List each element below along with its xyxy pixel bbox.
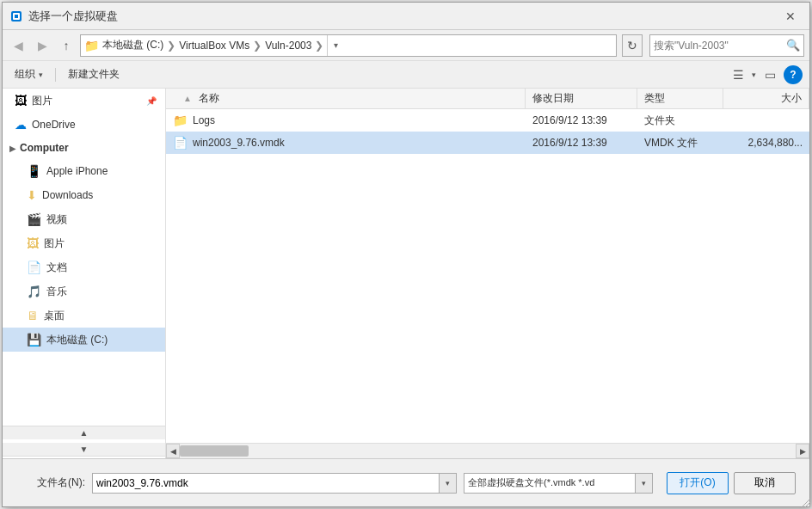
hscroll-track[interactable] — [180, 444, 796, 458]
sidebar-item-apple-iphone[interactable]: 📱 Apple iPhone — [3, 159, 165, 183]
cancel-button[interactable]: 取消 — [734, 472, 796, 494]
table-row[interactable]: 📄 win2003_9.76.vmdk 2016/9/12 13:39 VMDK… — [166, 132, 809, 154]
pictures-icon: 🖼 — [15, 94, 27, 107]
sidebar-item-videos[interactable]: 🎬 视频 — [3, 207, 165, 231]
search-icon: 🔍 — [786, 39, 800, 52]
help-button[interactable]: ? — [784, 65, 803, 84]
file-date-logs: 2016/9/12 13:39 — [526, 109, 637, 132]
filetype-select-wrap: 全部虚拟硬盘文件(*.vmdk *.vd ▾ — [464, 473, 653, 494]
sidebar-item-local-disk[interactable]: 💾 本地磁盘 (C:) — [3, 328, 165, 352]
sidebar-scroll-up[interactable]: ▲ — [3, 426, 165, 439]
view-chevron: ▾ — [752, 71, 756, 79]
iphone-icon: 📱 — [27, 164, 41, 178]
col-type-label: 类型 — [644, 91, 665, 106]
onedrive-icon: ☁ — [15, 118, 27, 132]
filetype-dropdown-btn[interactable]: ▾ — [635, 474, 652, 493]
breadcrumb-sep-3: ❯ — [315, 40, 323, 52]
documents-icon: 📄 — [27, 261, 41, 274]
localdisk-icon: 💾 — [27, 333, 41, 346]
sidebar-videos-label: 视频 — [46, 212, 67, 227]
layout-button[interactable]: ▭ — [760, 64, 780, 85]
file-list: 📁 Logs 2016/9/12 13:39 文件夹 📄 win2003_9.7… — [166, 109, 809, 443]
filename-input[interactable] — [93, 477, 439, 489]
sidebar-item-onedrive[interactable]: ☁ OneDrive — [3, 113, 165, 137]
address-dropdown-btn[interactable]: ▾ — [327, 34, 344, 57]
open-button[interactable]: 打开(O) — [667, 472, 729, 494]
sidebar-music-label: 音乐 — [46, 285, 67, 299]
sidebar-item-desktop[interactable]: 🖥 桌面 — [3, 304, 165, 328]
sidebar-scroll-down[interactable]: ▼ — [3, 443, 165, 457]
table-row[interactable]: 📁 Logs 2016/9/12 13:39 文件夹 — [166, 109, 809, 132]
hscroll-thumb[interactable] — [180, 445, 249, 457]
sidebar-scroll-arrows: ▲ ▼ — [3, 424, 165, 458]
file-date-vmdk: 2016/9/12 13:39 — [526, 132, 637, 154]
section-expand-icon: ▶ — [9, 144, 16, 153]
breadcrumb-local-disk: 本地磁盘 (C:) — [102, 38, 163, 52]
file-name-vmdk: 📄 win2003_9.76.vmdk — [166, 132, 526, 154]
breadcrumb-sep-1: ❯ — [167, 40, 175, 52]
back-button[interactable]: ◀ — [8, 35, 28, 56]
address-toolbar: ◀ ▶ ↑ 📁 本地磁盘 (C:) ❯ VirtualBox VMs ❯ Vul… — [3, 30, 809, 61]
sidebar-item-pictures-pin[interactable]: 🖼 图片 📌 — [3, 89, 165, 113]
folder-file-icon: 📁 — [173, 113, 188, 127]
forward-button[interactable]: ▶ — [32, 35, 52, 56]
file-type-vmdk: VMDK 文件 — [637, 132, 723, 154]
hscroll-left-btn[interactable]: ◀ — [166, 444, 180, 458]
sidebar-downloads-label: Downloads — [42, 189, 93, 201]
sidebar-computer-label: Computer — [20, 142, 69, 154]
col-header-date[interactable]: 修改日期 — [526, 89, 637, 108]
new-folder-label: 新建文件夹 — [68, 67, 120, 82]
sidebar-scroll: 🖼 图片 📌 ☁ OneDrive ▶ Computer 📱 A — [3, 89, 165, 424]
videos-icon: 🎬 — [27, 212, 41, 226]
cmd-separator — [55, 68, 56, 82]
sidebar-item-downloads[interactable]: ⬇ Downloads — [3, 183, 165, 207]
resize-icon — [802, 499, 810, 507]
footer-row-filename: 文件名(N): ▾ 全部虚拟硬盘文件(*.vmdk *.vd ▾ 打开(O) 取… — [16, 472, 796, 494]
file-area: ▲ 名称 修改日期 类型 大小 — [166, 89, 809, 458]
sidebar-section-computer[interactable]: ▶ Computer — [3, 137, 165, 159]
col-header-size[interactable]: 大小 — [723, 89, 809, 108]
titlebar-buttons: ✕ — [778, 4, 803, 28]
sidebar-item-music[interactable]: 🎵 音乐 — [3, 279, 165, 304]
col-header-type[interactable]: 类型 — [637, 89, 723, 108]
vmdk-file-icon: 📄 — [173, 136, 188, 150]
sidebar-localdisk-label: 本地磁盘 (C:) — [46, 333, 108, 347]
organize-button[interactable]: 组织 ▾ — [9, 64, 48, 85]
col-name-label: 名称 — [199, 91, 219, 106]
hscroll-right-btn[interactable]: ▶ — [796, 444, 809, 458]
svg-line-5 — [809, 506, 810, 507]
new-folder-button[interactable]: 新建文件夹 — [63, 64, 125, 85]
svg-rect-2 — [15, 15, 18, 18]
filename-dropdown-btn[interactable]: ▾ — [439, 474, 456, 493]
footer: 文件名(N): ▾ 全部虚拟硬盘文件(*.vmdk *.vd ▾ 打开(O) 取… — [3, 458, 809, 506]
breadcrumb-sep-2: ❯ — [253, 40, 261, 52]
search-input[interactable] — [654, 40, 786, 52]
action-buttons: 打开(O) 取消 — [667, 472, 796, 494]
filename-input-wrap: ▾ — [92, 473, 457, 494]
app-icon — [9, 9, 23, 23]
view-controls: ☰ ▾ ▭ ? — [728, 64, 803, 85]
filename-label: 文件名(N): — [16, 475, 85, 490]
pictures2-icon: 🖼 — [27, 236, 39, 250]
sidebar-pictures-label: 图片 — [32, 94, 52, 108]
horizontal-scrollbar[interactable]: ◀ ▶ — [166, 443, 809, 458]
col-header-name[interactable]: 名称 — [192, 89, 526, 108]
search-bar: 🔍 — [649, 34, 804, 57]
sidebar-item-documents[interactable]: 📄 文档 — [3, 255, 165, 279]
resize-handle[interactable] — [800, 497, 810, 507]
desktop-icon: 🖥 — [27, 309, 39, 322]
sidebar-item-pictures[interactable]: 🖼 图片 — [3, 231, 165, 255]
file-type-logs: 文件夹 — [637, 109, 723, 132]
address-bar[interactable]: 📁 本地磁盘 (C:) ❯ VirtualBox VMs ❯ Vuln-2003… — [80, 34, 617, 57]
file-size-vmdk: 2,634,880... — [723, 132, 809, 154]
downloads-icon: ⬇ — [27, 188, 37, 202]
up-button[interactable]: ↑ — [56, 35, 77, 56]
sort-arrow: ▲ — [166, 94, 192, 103]
refresh-button[interactable]: ↻ — [622, 34, 643, 57]
view-toggle-button[interactable]: ☰ — [728, 64, 748, 85]
dialog-title: 选择一个虚拟硬盘 — [28, 9, 778, 24]
pin-icon: 📌 — [146, 96, 157, 106]
filetype-text: 全部虚拟硬盘文件(*.vmdk *.vd — [464, 476, 635, 489]
music-icon: 🎵 — [27, 285, 41, 298]
close-button[interactable]: ✕ — [778, 4, 803, 28]
